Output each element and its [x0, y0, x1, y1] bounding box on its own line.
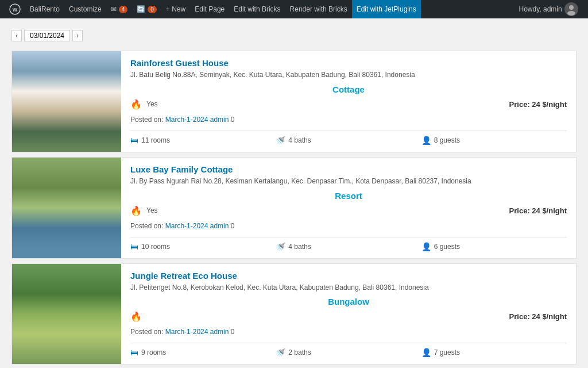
listing-type: Bungalow: [130, 297, 567, 306]
posted-user-link[interactable]: admin: [210, 222, 229, 230]
listing-image: [12, 51, 121, 152]
listing-meta: 🛏 9 rooms 🚿 2 baths 👤 7 guests: [130, 343, 567, 357]
render-bricks-btn[interactable]: Render with Bricks: [285, 0, 352, 18]
baths-meta: 🚿 4 baths: [276, 242, 421, 251]
guests-meta: 👤 7 guests: [421, 348, 567, 357]
rooms-label: 10 rooms: [141, 243, 170, 251]
guests-icon: 👤: [421, 348, 431, 357]
new-btn[interactable]: + New: [161, 0, 190, 18]
price-row: 🔥 Yes Price: 24 $/night: [130, 99, 567, 110]
site-name[interactable]: BaliRento: [25, 0, 64, 18]
baths-icon: 🚿: [276, 136, 285, 145]
comments-btn[interactable]: ✉ 4: [106, 0, 133, 18]
prev-page-btn[interactable]: ‹: [11, 30, 22, 41]
svg-point-4: [567, 11, 575, 16]
listing-meta: 🛏 11 rooms 🚿 4 baths 👤 8 guests: [130, 131, 567, 145]
listing-card: Rainforest Guest House Jl. Batu Belig No…: [11, 51, 577, 152]
svg-text:W: W: [13, 7, 18, 13]
main-content: ‹ › Rainforest Guest House Jl. Batu Beli…: [0, 18, 588, 368]
pagination-bar: ‹ ›: [11, 30, 577, 41]
listing-info: Luxe Bay Family Cottage Jl. By Pass Ngur…: [121, 158, 576, 258]
edit-page-btn[interactable]: Edit Page: [190, 0, 229, 18]
price-row: 🔥 Yes Price: 24 $/night: [130, 205, 567, 216]
howdy-label: Howdy, admin: [514, 0, 583, 18]
guests-icon: 👤: [421, 242, 431, 251]
rooms-icon: 🛏: [130, 242, 138, 251]
page-date-input[interactable]: [24, 30, 70, 41]
rooms-icon: 🛏: [130, 136, 138, 145]
edit-bricks-btn[interactable]: Edit with Bricks: [229, 0, 285, 18]
fire-icon: 🔥: [130, 99, 142, 110]
svg-point-3: [569, 5, 574, 10]
rooms-label: 9 rooms: [141, 348, 166, 356]
posted-date-link[interactable]: March-1-2024: [165, 328, 208, 336]
listings-container: Rainforest Guest House Jl. Batu Belig No…: [11, 51, 577, 368]
listing-title[interactable]: Jungle Retreat Eco House: [130, 271, 567, 281]
baths-meta: 🚿 4 baths: [276, 136, 421, 145]
baths-meta: 🚿 2 baths: [276, 348, 421, 357]
rooms-meta: 🛏 10 rooms: [130, 242, 276, 251]
price-row: 🔥 Price: 24 $/night: [130, 311, 567, 322]
hot-label: Yes: [146, 206, 158, 214]
listing-address: Jl. By Pass Ngurah Rai No.28, Kesiman Ke…: [130, 177, 567, 186]
posted-user-link[interactable]: admin: [210, 116, 229, 124]
edit-jetplugins-btn[interactable]: Edit with JetPlugins: [352, 0, 421, 18]
hot-label: Yes: [146, 100, 158, 108]
guests-meta: 👤 6 guests: [421, 242, 567, 251]
rooms-icon: 🛏: [130, 348, 138, 357]
fire-icon: 🔥: [130, 205, 142, 216]
listing-title[interactable]: Rainforest Guest House: [130, 58, 567, 68]
listing-type: Resort: [130, 191, 567, 201]
listing-address: Jl. Petitenget No.8, Kerobokan Kelod, Ke…: [130, 283, 567, 293]
listing-info: Rainforest Guest House Jl. Batu Belig No…: [121, 51, 576, 152]
posted-user-link[interactable]: admin: [210, 328, 229, 336]
wp-logo[interactable]: W: [5, 0, 25, 18]
listing-image: [12, 264, 121, 365]
next-page-btn[interactable]: ›: [72, 30, 83, 41]
posted-date-link[interactable]: March-1-2024: [165, 116, 208, 124]
rooms-meta: 🛏 11 rooms: [130, 136, 276, 145]
customize-btn[interactable]: Customize: [64, 0, 106, 18]
guests-meta: 👤 8 guests: [421, 136, 567, 145]
baths-icon: 🚿: [276, 242, 285, 251]
listing-type: Cottage: [130, 85, 567, 94]
posted-info: Posted on: March-1-2024 admin 0: [130, 116, 567, 124]
updates-btn[interactable]: 🔄 0: [132, 0, 161, 18]
fire-icon: 🔥: [130, 311, 142, 322]
baths-label: 2 baths: [288, 348, 311, 356]
baths-label: 4 baths: [288, 243, 311, 251]
listing-info: Jungle Retreat Eco House Jl. Petitenget …: [121, 264, 576, 365]
guests-label: 8 guests: [434, 136, 460, 144]
posted-date-link[interactable]: March-1-2024: [165, 222, 208, 230]
guests-icon: 👤: [421, 136, 431, 145]
baths-icon: 🚿: [276, 348, 285, 357]
price-label: Price: 24 $/night: [509, 100, 567, 109]
listing-meta: 🛏 10 rooms 🚿 4 baths 👤 6 guests: [130, 237, 567, 251]
posted-info: Posted on: March-1-2024 admin 0: [130, 328, 567, 336]
listing-card: Jungle Retreat Eco House Jl. Petitenget …: [11, 263, 577, 365]
listing-title[interactable]: Luxe Bay Family Cottage: [130, 164, 567, 174]
listing-card: Luxe Bay Family Cottage Jl. By Pass Ngur…: [11, 157, 577, 259]
rooms-label: 11 rooms: [141, 136, 170, 144]
guests-label: 7 guests: [434, 348, 460, 356]
price-label: Price: 24 $/night: [509, 206, 567, 215]
listing-image: [12, 158, 121, 258]
baths-label: 4 baths: [288, 136, 311, 144]
posted-info: Posted on: March-1-2024 admin 0: [130, 222, 567, 230]
guests-label: 6 guests: [434, 243, 460, 251]
rooms-meta: 🛏 9 rooms: [130, 348, 276, 357]
admin-bar: W BaliRento Customize ✉ 4 🔄 0 + New Edit…: [0, 0, 588, 18]
price-label: Price: 24 $/night: [509, 312, 567, 321]
listing-address: Jl. Batu Belig No.88A, Seminyak, Kec. Ku…: [130, 70, 567, 80]
